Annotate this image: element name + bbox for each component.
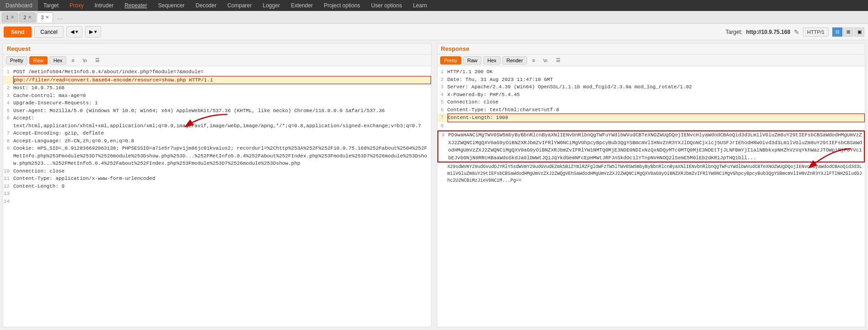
tab-1[interactable]: 1 ✕ xyxy=(2,12,18,22)
nav-item-comparer[interactable]: Comparer xyxy=(222,0,257,11)
resp-line-7: 7 Content-Length: 1908 xyxy=(437,114,865,122)
resp-line-1: 1 HTTP/1.1 200 OK xyxy=(437,68,865,76)
req-line-10: 10 Connection: close xyxy=(3,168,431,175)
tab-2-close[interactable]: ✕ xyxy=(28,15,32,20)
req-line-4: 4 Upgrade-Insecure-Requests: 1 xyxy=(3,99,431,107)
resp-line-2: 2 Date: Thu, 31 Aug 2023 11:47:10 GMT xyxy=(437,76,865,84)
req-line-6: 6 Accept: xyxy=(3,114,431,122)
response-format-bar: Pretty Raw Hex Render ≡ \n ☰ xyxy=(437,54,865,66)
send-button[interactable]: Send xyxy=(4,27,32,38)
nav-item-target[interactable]: Target xyxy=(38,0,64,11)
tab-2-label: 2 xyxy=(23,15,26,20)
request-panel: Request Pretty Raw Hex ≡ \n ☰ 1 POST /me… xyxy=(3,43,431,327)
tab-3-label: 3 xyxy=(41,15,43,20)
resp-fmt-pretty[interactable]: Pretty xyxy=(440,56,462,65)
resp-line-body-continued: X29sdWVmY29udGVudDJYRlY5sdWVmY29udGVudEZ… xyxy=(437,163,865,184)
top-nav: Dashboard Target Proxy Intruder Repeater… xyxy=(0,0,868,11)
tab-bar: 1 ✕ 2 ✕ 3 ✕ … xyxy=(0,11,868,24)
req-icon-slash-n[interactable]: \n xyxy=(80,56,90,65)
req-line-1: 1 POST /metinfo504/MetInfo5.0.4/about/in… xyxy=(3,68,431,76)
nav-back-button[interactable]: ◀ ▾ xyxy=(66,26,82,38)
req-line-2: 2 Host: 10.9.75.168 xyxy=(3,84,431,92)
main-content: Request Pretty Raw Hex ≡ \n ☰ 1 POST /me… xyxy=(0,40,868,330)
nav-item-learn[interactable]: Learn xyxy=(407,0,432,11)
request-panel-header: Request xyxy=(3,43,431,54)
resp-line-3: 3 Server: Apache/2.4.39 (Win64) OpenSSL/… xyxy=(437,83,865,91)
resp-line-4: 4 X-Powered-By: PHP/5.4.45 xyxy=(437,91,865,99)
nav-fwd-button[interactable]: ▶ ▾ xyxy=(85,26,101,38)
req-line-14: 14 xyxy=(3,198,431,206)
request-title: Request xyxy=(7,45,30,52)
resp-line-9: 9 PD9waHANCiMgTWV0SW5mbyByBbnRlcnByaXNlI… xyxy=(437,130,865,162)
tab-2[interactable]: 2 ✕ xyxy=(19,12,36,22)
req-line-8: 8 Accept-Language: zh-CN,zh;q=0.9,en;q=0… xyxy=(3,137,431,145)
view-single[interactable]: ▣ xyxy=(854,27,864,37)
req-icon-list[interactable]: ≡ xyxy=(68,56,77,65)
nav-item-decoder[interactable]: Decoder xyxy=(190,0,222,11)
response-title: Response xyxy=(441,45,469,52)
tab-3-close[interactable]: ✕ xyxy=(45,15,49,20)
nav-item-user-options[interactable]: User options xyxy=(366,0,407,11)
tab-3[interactable]: 3 ✕ xyxy=(37,12,53,22)
tab-1-close[interactable]: ✕ xyxy=(11,15,14,20)
req-line-7: 7 Accept-Encoding: gzip, deflate xyxy=(3,130,431,137)
response-panel-header: Response xyxy=(437,43,865,54)
nav-item-project-options[interactable]: Project options xyxy=(318,0,366,11)
toolbar-right: Target: http://10.9.75.168 ✎ HTTP/1 ⊟ ⊞ … xyxy=(726,27,864,37)
req-line-11: 11 Content-Type: application/x-www-form-… xyxy=(3,175,431,183)
req-fmt-pretty[interactable]: Pretty xyxy=(6,56,27,65)
resp-icon-slash-n[interactable]: \n xyxy=(540,56,550,65)
request-format-bar: Pretty Raw Hex ≡ \n ☰ xyxy=(3,54,431,66)
req-line-5: 5 User-Agent: Mozilla/5.0 (Windows NT 10… xyxy=(3,107,431,115)
nav-item-logger[interactable]: Logger xyxy=(257,0,285,11)
view-toggle: ⊟ ⊞ ▣ xyxy=(832,27,864,37)
resp-line-6: 6 Content-Type: text/html;charset=utf-8 xyxy=(437,106,865,114)
req-line-13: 13 xyxy=(3,190,431,198)
nav-item-sequencer[interactable]: Sequencer xyxy=(153,0,190,11)
view-split-horizontal[interactable]: ⊟ xyxy=(832,27,842,37)
resp-fmt-hex[interactable]: Hex xyxy=(483,56,501,65)
cancel-button[interactable]: Cancel xyxy=(34,26,63,38)
response-code-area[interactable]: 1 HTTP/1.1 200 OK 2 Date: Thu, 31 Aug 20… xyxy=(437,66,865,327)
req-line-1b: php://filter/read=convert.base64-encode/… xyxy=(3,76,431,85)
tab-more[interactable]: … xyxy=(54,14,65,21)
toolbar: Send Cancel ◀ ▾ ▶ ▾ Target: http://10.9.… xyxy=(0,24,868,40)
response-panel: Response Pretty Raw Hex Render ≡ \n ☰ 1 … xyxy=(437,43,866,327)
req-line-12: 12 Content-Length: 0 xyxy=(3,183,431,190)
req-fmt-raw[interactable]: Raw xyxy=(29,56,48,65)
resp-line-8: 8 xyxy=(437,122,865,130)
nav-item-repeater[interactable]: Repeater xyxy=(119,0,152,11)
target-label: Target: xyxy=(726,29,743,35)
nav-item-intruder[interactable]: Intruder xyxy=(89,0,119,11)
req-fmt-hex[interactable]: Hex xyxy=(49,56,67,65)
resp-line-5: 5 Connection: close xyxy=(437,98,865,106)
req-line-6b: text/html,application/xhtml+xml,applicat… xyxy=(3,122,431,130)
nav-item-dashboard[interactable]: Dashboard xyxy=(0,0,38,11)
http-version-badge[interactable]: HTTP/1 xyxy=(803,27,829,37)
target-url: http://10.9.75.168 xyxy=(746,29,790,35)
nav-item-extender[interactable]: Extender xyxy=(286,0,318,11)
resp-icon-menu[interactable]: ☰ xyxy=(553,56,564,65)
request-code-area[interactable]: 1 POST /metinfo504/MetInfo5.0.4/about/in… xyxy=(3,66,431,327)
view-split-vertical[interactable]: ⊞ xyxy=(843,27,853,37)
edit-target-icon[interactable]: ✎ xyxy=(794,28,799,36)
resp-fmt-render[interactable]: Render xyxy=(502,56,527,65)
req-icon-menu[interactable]: ☰ xyxy=(92,56,103,65)
tab-1-label: 1 xyxy=(6,15,9,20)
resp-icon-list[interactable]: ≡ xyxy=(529,56,538,65)
nav-item-proxy[interactable]: Proxy xyxy=(64,0,89,11)
resp-fmt-raw[interactable]: Raw xyxy=(463,56,481,65)
req-line-3: 3 Cache-Control: max-age=0 xyxy=(3,92,431,100)
req-line-9: 9 Cookie: HPS_SID=_0.912836692063138; PH… xyxy=(3,145,431,168)
